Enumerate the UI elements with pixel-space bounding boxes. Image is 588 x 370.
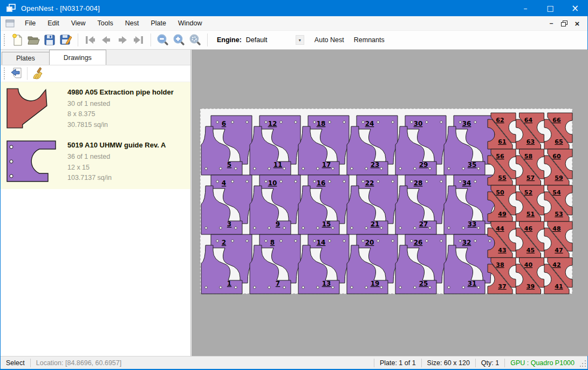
part-number-label: 34 [462, 179, 471, 187]
part-hole [462, 227, 464, 229]
part-number-label: 11 [274, 161, 283, 169]
maximize-button[interactable]: □ [538, 0, 563, 16]
minimize-button[interactable]: – [513, 0, 538, 16]
part-hole [265, 121, 267, 123]
list-item-drawing-1[interactable]: 4980 A05 Extraction pipe holder 30 of 1 … [1, 82, 190, 135]
part-number-label: 59 [555, 174, 563, 181]
drawing-title: 5019 A10 UHMW guide Rev. A [67, 141, 166, 149]
part-number-label: 10 [268, 179, 277, 187]
toolbar-grip[interactable] [4, 34, 6, 46]
part-hole [246, 121, 248, 123]
part-hole [477, 286, 480, 288]
part-number-label: 54 [552, 189, 561, 196]
mdi-close-button[interactable]: × [571, 18, 583, 29]
close-button[interactable]: × [563, 0, 587, 16]
part-number-label: 39 [527, 283, 535, 290]
part-hole [205, 167, 207, 170]
part-number-label: 27 [419, 220, 428, 228]
nav-next-icon [117, 35, 128, 45]
part-hole [392, 240, 394, 242]
zoom-out-button[interactable] [155, 32, 171, 48]
zoom-fit-button[interactable] [187, 32, 203, 48]
menu-item-tools[interactable]: Tools [92, 17, 119, 30]
nav-previous-button[interactable] [98, 32, 114, 48]
part-hole [246, 180, 248, 183]
part-number-label: 66 [552, 117, 561, 124]
part-hole [205, 286, 207, 288]
menu-item-file[interactable]: File [19, 17, 42, 30]
part-number-label: 61 [498, 138, 506, 145]
nav-first-button[interactable] [82, 32, 98, 48]
auto-nest-button[interactable]: Auto Nest [310, 33, 349, 46]
part-hole [426, 121, 428, 123]
resize-grip[interactable] [580, 359, 586, 367]
part-hole [313, 180, 316, 183]
status-plate: Plate: 1 of 1 [374, 359, 421, 367]
part-number-label: 38 [496, 261, 504, 268]
tab-drawings[interactable]: Drawings [49, 50, 106, 65]
tab-plates[interactable]: Plates [2, 52, 50, 65]
chevron-down-icon[interactable]: ▾ [296, 35, 304, 45]
part-hole [399, 167, 401, 170]
save-button[interactable] [42, 32, 58, 48]
part-hole [268, 167, 270, 170]
part-hole [380, 227, 382, 229]
part-number-label: 21 [371, 220, 380, 228]
part-hole [474, 121, 476, 123]
nav-next-button[interactable] [114, 32, 131, 48]
drawing-title: 4980 A05 Extraction pipe holder [67, 88, 174, 96]
nav-last-button[interactable] [131, 32, 147, 48]
part-number-label: 23 [371, 161, 380, 169]
status-bar: Select Location: [84.8696, 60.6957] Plat… [1, 356, 587, 369]
engine-label: Engine: [217, 36, 242, 44]
part-number-label: 22 [365, 179, 374, 187]
menu-item-edit[interactable]: Edit [42, 17, 65, 30]
part-hole [280, 240, 282, 242]
part-hole [440, 240, 442, 242]
part-number-label: 43 [498, 247, 506, 254]
part-hole [246, 240, 248, 242]
part-hole [332, 227, 334, 229]
menu-item-plate[interactable]: Plate [145, 17, 172, 30]
part-hole [317, 227, 319, 229]
part-hole [351, 227, 353, 229]
engine-combobox[interactable]: Default ▾ [245, 34, 304, 46]
menu-item-view[interactable]: View [65, 17, 92, 30]
part-hole [231, 121, 234, 123]
open-file-button[interactable] [25, 32, 42, 48]
part-hole [362, 180, 364, 183]
part-hole [377, 180, 379, 183]
part-number-label: 25 [419, 280, 428, 287]
part-number-label: 40 [524, 261, 533, 268]
part-hole [295, 121, 297, 123]
new-file-button[interactable] [9, 32, 25, 48]
part-number-label: 51 [527, 211, 535, 218]
save-as-button[interactable] [58, 32, 74, 48]
remnants-button[interactable]: Remnants [349, 33, 389, 46]
zoom-in-button[interactable] [171, 32, 187, 48]
mdi-restore-button[interactable] [558, 18, 570, 29]
mdi-system-icon[interactable] [5, 19, 15, 28]
zoom-in-icon [173, 33, 186, 46]
nest-drawing[interactable]: 6512111817242330293635431091615222128273… [192, 50, 588, 356]
menu-item-window[interactable]: Window [172, 17, 208, 30]
clean-button[interactable] [30, 66, 45, 80]
return-part-button[interactable] [9, 66, 24, 80]
part-hole [351, 167, 353, 170]
part-hole [332, 167, 334, 170]
save-as-icon [59, 34, 72, 46]
part-hole [459, 180, 461, 183]
nest-canvas[interactable]: 6512111817242330293635431091615222128273… [192, 50, 588, 356]
menu-item-nest[interactable]: Nest [119, 17, 145, 30]
part-hole [459, 121, 461, 123]
part-hole [414, 167, 416, 170]
drawings-toolbar-grip[interactable] [4, 68, 6, 79]
drawing-area: 30.7815 sq/in [67, 120, 174, 130]
part-hole [459, 240, 461, 242]
part-hole [329, 121, 331, 123]
part-hole [280, 180, 282, 183]
list-item-drawing-2[interactable]: 5019 A10 UHMW guide Rev. A 36 of 1 neste… [1, 135, 190, 189]
part-hole [474, 180, 476, 183]
mdi-minimize-button[interactable]: – [545, 18, 557, 29]
drawing-1-thumbnail [6, 87, 50, 130]
